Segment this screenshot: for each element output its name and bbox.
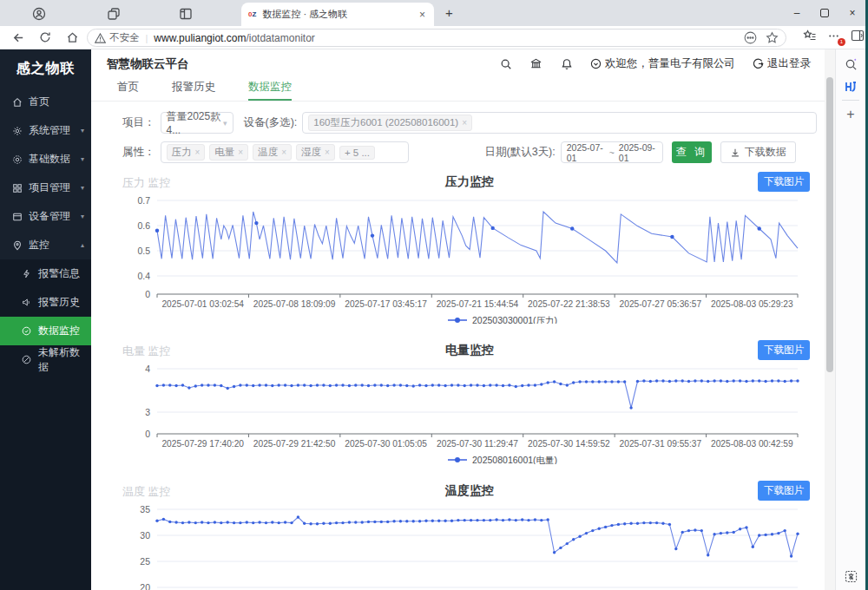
data-point[interactable] [214, 384, 216, 386]
data-point[interactable] [392, 520, 395, 522]
data-point[interactable] [720, 532, 722, 534]
data-point[interactable] [598, 528, 601, 530]
data-point[interactable] [687, 380, 690, 383]
data-point[interactable] [348, 384, 351, 387]
data-point[interactable] [214, 521, 216, 523]
data-point[interactable] [207, 521, 209, 524]
data-point[interactable] [457, 384, 459, 386]
download-data-button[interactable]: 下载数据 [720, 141, 796, 163]
data-point[interactable] [265, 521, 267, 524]
data-point[interactable] [483, 384, 485, 387]
data-point[interactable] [553, 551, 556, 554]
data-point[interactable] [335, 384, 338, 386]
more-tools-icon[interactable] [744, 31, 757, 44]
data-point[interactable] [547, 381, 549, 384]
data-point[interactable] [457, 519, 459, 521]
data-point[interactable] [437, 384, 440, 386]
data-point[interactable] [739, 528, 741, 530]
data-point[interactable] [777, 379, 779, 382]
data-point[interactable] [739, 379, 741, 382]
data-point[interactable] [570, 226, 574, 230]
date-range-input[interactable]: 2025-07-01 ~ 2025-09-01 [561, 141, 663, 163]
download-image-button[interactable]: 下载图片 [758, 340, 810, 360]
data-point[interactable] [604, 380, 607, 383]
window-maximize-button[interactable] [809, 0, 840, 26]
sidebar-item-monitor[interactable]: 监控 ▴ [0, 231, 91, 259]
data-point[interactable] [162, 518, 165, 521]
data-point[interactable] [174, 521, 177, 523]
data-point[interactable] [681, 531, 684, 534]
data-point[interactable] [508, 518, 510, 521]
sidebar-item-projects[interactable]: 项目管理 ▾ [0, 174, 91, 202]
data-point[interactable] [649, 380, 652, 383]
data-point[interactable] [290, 521, 293, 524]
data-point[interactable] [661, 379, 664, 382]
data-point[interactable] [329, 522, 332, 525]
data-point[interactable] [348, 521, 351, 523]
data-point[interactable] [700, 379, 703, 382]
data-point[interactable] [187, 386, 190, 389]
page-scrollbar[interactable] [825, 49, 835, 590]
data-point[interactable] [207, 384, 209, 386]
attr-more-tag[interactable]: + 5 ... [339, 146, 375, 160]
data-point[interactable] [278, 384, 280, 386]
data-point[interactable] [733, 531, 735, 534]
data-point[interactable] [661, 522, 664, 525]
data-point[interactable] [303, 384, 306, 386]
data-point[interactable] [278, 521, 280, 524]
data-point[interactable] [437, 520, 440, 522]
url-text[interactable]: www.puliangiot.com/iotdatamonitor [154, 32, 314, 44]
data-point[interactable] [553, 380, 556, 383]
data-point[interactable] [284, 521, 286, 523]
remove-tag-icon[interactable]: × [462, 118, 467, 128]
sidebar-extension-icon[interactable] [843, 79, 858, 95]
data-point[interactable] [367, 384, 370, 387]
data-point[interactable] [187, 521, 190, 523]
sidebar-item-unparsed-data[interactable]: 未解析数据 [0, 345, 91, 374]
data-point[interactable] [155, 520, 158, 522]
data-point[interactable] [784, 529, 786, 532]
data-point[interactable] [168, 384, 171, 386]
data-point[interactable] [361, 521, 364, 523]
chart-legend[interactable]: 202503030001(压力) [448, 315, 557, 324]
data-point[interactable] [367, 521, 370, 523]
data-point[interactable] [309, 522, 312, 525]
data-point[interactable] [476, 519, 478, 521]
data-point[interactable] [591, 380, 594, 383]
data-point[interactable] [790, 379, 792, 382]
data-point[interactable] [784, 380, 786, 383]
attr-tag-humidity[interactable]: 湿度× [296, 144, 335, 161]
data-point[interactable] [155, 384, 158, 387]
data-point[interactable] [322, 522, 325, 525]
data-point[interactable] [252, 521, 254, 524]
data-point[interactable] [399, 384, 402, 386]
data-point[interactable] [527, 519, 529, 521]
data-point[interactable] [623, 522, 626, 525]
data-point[interactable] [444, 520, 446, 522]
browser-tab[interactable]: 0Z 数据监控 · 感之物联 × [241, 3, 434, 26]
data-point[interactable] [521, 384, 523, 387]
data-point[interactable] [354, 384, 357, 386]
data-point[interactable] [227, 387, 229, 390]
data-point[interactable] [790, 554, 792, 557]
remove-tag-icon[interactable]: × [281, 148, 286, 157]
data-point[interactable] [566, 384, 569, 386]
data-point[interactable] [668, 523, 671, 526]
data-point[interactable] [540, 519, 542, 521]
data-point[interactable] [239, 521, 241, 524]
data-point[interactable] [687, 529, 690, 532]
data-point[interactable] [246, 384, 248, 386]
favorite-star-icon[interactable] [766, 31, 779, 44]
data-point[interactable] [752, 546, 754, 548]
sidebar-item-alarm-history[interactable]: 报警历史 [0, 288, 91, 317]
project-select[interactable]: 普量2025款4... ▾ [161, 112, 233, 134]
data-point[interactable] [534, 384, 536, 386]
data-point[interactable] [745, 526, 747, 528]
data-point[interactable] [341, 384, 344, 386]
data-point[interactable] [424, 520, 427, 522]
attr-tag-temperature[interactable]: 温度× [253, 144, 292, 161]
data-point[interactable] [566, 542, 569, 545]
data-point[interactable] [303, 522, 306, 525]
data-point[interactable] [354, 521, 357, 523]
data-point[interactable] [329, 384, 332, 387]
